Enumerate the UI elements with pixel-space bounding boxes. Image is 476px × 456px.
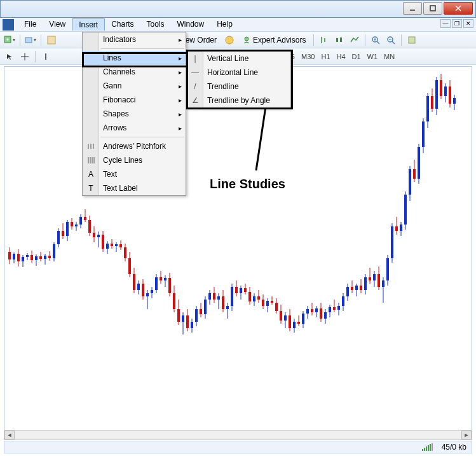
svg-rect-137 bbox=[253, 296, 255, 301]
timeframe-mn[interactable]: MN bbox=[381, 50, 398, 63]
svg-rect-219 bbox=[435, 80, 438, 109]
svg-point-10 bbox=[245, 37, 248, 41]
insert-channels[interactable]: Channels▸ bbox=[83, 65, 186, 79]
mdi-restore-button[interactable]: ❐ bbox=[452, 19, 462, 28]
autoscroll-button[interactable] bbox=[405, 33, 419, 47]
scroll-left-button[interactable]: ◄ bbox=[4, 431, 15, 439]
market-watch-button[interactable] bbox=[44, 33, 58, 47]
insert-indicators[interactable]: Indicators▸ bbox=[83, 32, 186, 46]
mdi-close-button[interactable]: ✕ bbox=[463, 19, 473, 28]
svg-rect-149 bbox=[280, 311, 282, 321]
menu-help[interactable]: Help bbox=[210, 18, 239, 31]
svg-rect-101 bbox=[173, 293, 175, 309]
svg-rect-111 bbox=[195, 309, 198, 322]
cycle-icon bbox=[85, 155, 97, 165]
svg-rect-97 bbox=[164, 278, 167, 280]
insert-cycle-lines[interactable]: Cycle Lines bbox=[83, 153, 186, 167]
chart-line-button[interactable] bbox=[348, 33, 362, 47]
window-maximize-button[interactable] bbox=[423, 2, 442, 15]
insert-fibonacci[interactable]: Fibonacci▸ bbox=[83, 93, 186, 107]
svg-rect-109 bbox=[191, 322, 193, 328]
timeframe-h1[interactable]: H1 bbox=[318, 50, 333, 63]
svg-rect-103 bbox=[177, 309, 180, 322]
menu-view[interactable]: View bbox=[43, 18, 72, 31]
svg-rect-29 bbox=[13, 254, 15, 259]
new-chart-button[interactable]: ▾ bbox=[3, 33, 17, 47]
svg-rect-95 bbox=[160, 277, 162, 280]
insert-arrows[interactable]: Arrows▸ bbox=[83, 121, 186, 135]
timeframe-m30[interactable]: M30 bbox=[298, 50, 318, 63]
svg-rect-203 bbox=[400, 225, 402, 231]
svg-rect-33 bbox=[22, 257, 24, 261]
svg-rect-93 bbox=[155, 277, 158, 290]
svg-rect-39 bbox=[35, 256, 37, 260]
crosshair-button[interactable] bbox=[18, 50, 32, 64]
svg-rect-139 bbox=[257, 296, 260, 300]
lines-submenu-dropdown: |Vertical Line—Horizontal Line/Trendline… bbox=[186, 51, 291, 108]
submenu-arrow-icon: ▸ bbox=[179, 69, 182, 76]
insert-lines[interactable]: Lines▸ bbox=[83, 51, 186, 65]
svg-rect-7 bbox=[25, 38, 32, 43]
svg-rect-155 bbox=[293, 322, 296, 328]
submenu-arrow-icon: ▸ bbox=[179, 111, 182, 118]
profiles-button[interactable]: ▾ bbox=[24, 33, 37, 47]
svg-rect-177 bbox=[342, 296, 344, 306]
lines-trendline-by-angle[interactable]: ∠Trendline by Angle bbox=[187, 93, 290, 107]
svg-rect-221 bbox=[440, 80, 442, 96]
mdi-minimize-button[interactable]: — bbox=[440, 19, 451, 28]
toolbar-standard: ▾ ▾ New Order Expert Advisors bbox=[0, 32, 476, 48]
insert-gann[interactable]: Gann▸ bbox=[83, 79, 186, 93]
insert-andrews-pitchfork[interactable]: Andrews' Pitchfork bbox=[83, 139, 186, 153]
svg-rect-49 bbox=[57, 231, 60, 244]
svg-rect-105 bbox=[182, 315, 184, 322]
insert-shapes[interactable]: Shapes▸ bbox=[83, 107, 186, 121]
vertical-line-button[interactable] bbox=[39, 50, 53, 64]
horizontal-scrollbar[interactable]: ◄ ► bbox=[4, 430, 472, 440]
svg-rect-22 bbox=[409, 37, 415, 43]
chart-candle-button[interactable] bbox=[332, 33, 346, 47]
svg-rect-125 bbox=[226, 306, 229, 309]
chart-area[interactable] bbox=[4, 66, 472, 439]
svg-rect-169 bbox=[324, 312, 327, 319]
menu-charts[interactable]: Charts bbox=[105, 18, 140, 31]
svg-point-9 bbox=[226, 36, 233, 44]
zoom-in-button[interactable] bbox=[369, 33, 383, 47]
menu-insert[interactable]: Insert bbox=[72, 18, 105, 31]
insert-menu-dropdown: Indicators▸Lines▸Channels▸Gann▸Fibonacci… bbox=[82, 32, 186, 196]
menubar: FileViewInsertChartsToolsWindowHelp — ❐ … bbox=[0, 18, 476, 32]
timeframe-d1[interactable]: D1 bbox=[349, 50, 364, 63]
svg-rect-99 bbox=[168, 278, 171, 293]
svg-rect-129 bbox=[235, 287, 238, 293]
menu-file[interactable]: File bbox=[18, 18, 43, 31]
svg-rect-217 bbox=[431, 96, 433, 109]
candlestick-chart bbox=[4, 67, 472, 439]
svg-rect-61 bbox=[84, 217, 86, 220]
insert-text[interactable]: AText bbox=[83, 167, 186, 181]
chart-bar-button[interactable] bbox=[317, 33, 331, 47]
svg-rect-173 bbox=[333, 307, 336, 310]
menu-window[interactable]: Window bbox=[171, 18, 211, 31]
svg-rect-191 bbox=[373, 274, 376, 280]
menu-tools[interactable]: Tools bbox=[140, 18, 171, 31]
svg-line-16 bbox=[377, 41, 379, 44]
window-close-button[interactable] bbox=[444, 2, 473, 15]
window-minimize-button[interactable] bbox=[403, 2, 422, 15]
zoom-out-button[interactable] bbox=[384, 33, 398, 47]
lines-horizontal-line[interactable]: —Horizontal Line bbox=[187, 66, 290, 79]
autotrading-button[interactable] bbox=[222, 33, 236, 47]
lines-trendline[interactable]: /Trendline bbox=[187, 79, 290, 93]
svg-rect-53 bbox=[66, 222, 69, 236]
timeframe-w1[interactable]: W1 bbox=[364, 50, 381, 63]
timeframe-h4[interactable]: H4 bbox=[333, 50, 348, 63]
cursor-button[interactable] bbox=[3, 50, 17, 64]
svg-rect-117 bbox=[208, 293, 211, 300]
scroll-right-button[interactable]: ► bbox=[461, 431, 472, 439]
svg-rect-83 bbox=[133, 274, 135, 290]
window-titlebar bbox=[0, 0, 476, 18]
lines-vertical-line[interactable]: |Vertical Line bbox=[187, 52, 290, 66]
callout-label: Line Studies bbox=[210, 177, 285, 191]
svg-rect-91 bbox=[151, 290, 153, 293]
insert-text-label[interactable]: TText Label bbox=[83, 181, 186, 195]
T-icon: T bbox=[85, 183, 97, 193]
expert-advisors-button[interactable]: Expert Advisors bbox=[238, 33, 310, 47]
